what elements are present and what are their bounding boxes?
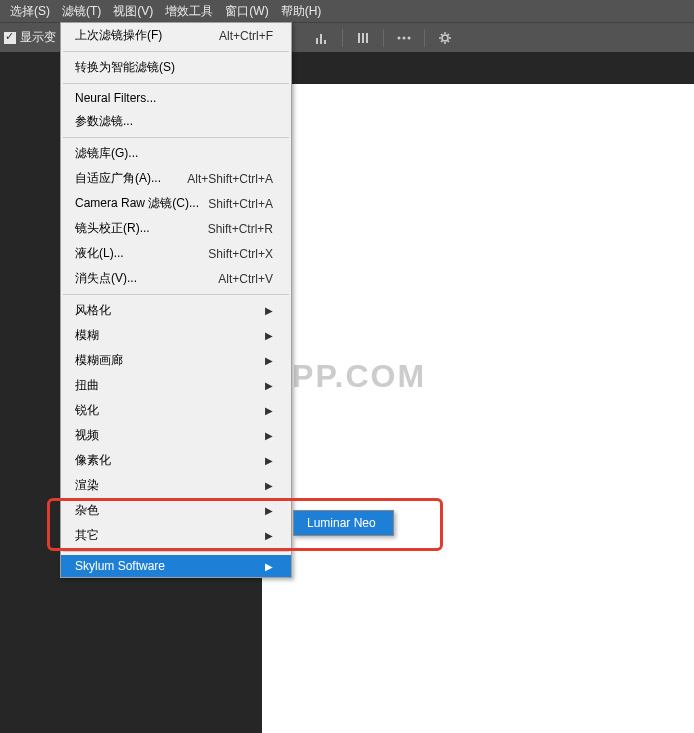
submenu-luminar-neo[interactable]: Luminar Neo [294,511,393,535]
bars-icon[interactable] [353,28,373,48]
filter-dropdown: 上次滤镜操作(F)Alt+Ctrl+F 转换为智能滤镜(S) Neural Fi… [60,22,292,578]
menu-neural-filters[interactable]: Neural Filters... [61,87,291,109]
menu-select[interactable]: 选择(S) [4,1,56,22]
menu-filter-gallery[interactable]: 滤镜库(G)... [61,141,291,166]
menu-blur[interactable]: 模糊▶ [61,323,291,348]
separator [63,51,289,52]
separator [63,294,289,295]
menu-view[interactable]: 视图(V) [107,1,159,22]
svg-rect-0 [316,38,318,44]
separator [63,551,289,552]
svg-point-6 [398,36,401,39]
menu-lens-correct[interactable]: 镜头校正(R)...Shift+Ctrl+R [61,216,291,241]
menu-distort[interactable]: 扭曲▶ [61,373,291,398]
canvas[interactable] [262,84,694,733]
svg-rect-3 [358,33,360,43]
menu-filter[interactable]: 滤镜(T) [56,1,107,22]
svg-rect-5 [366,33,368,43]
svg-rect-2 [324,40,326,44]
separator [63,83,289,84]
menu-blur-gallery[interactable]: 模糊画廊▶ [61,348,291,373]
divider [342,29,343,47]
menu-sharpen[interactable]: 锐化▶ [61,398,291,423]
menu-help[interactable]: 帮助(H) [275,1,328,22]
divider [383,29,384,47]
svg-rect-1 [320,34,322,44]
menu-pixelate[interactable]: 像素化▶ [61,448,291,473]
menu-convert-smart[interactable]: 转换为智能滤镜(S) [61,55,291,80]
menu-other[interactable]: 其它▶ [61,523,291,548]
skylum-submenu: Luminar Neo [293,510,394,536]
separator [63,137,289,138]
menu-last-filter[interactable]: 上次滤镜操作(F)Alt+Ctrl+F [61,23,291,48]
svg-rect-4 [362,33,364,43]
menu-window[interactable]: 窗口(W) [219,1,274,22]
menu-liquify[interactable]: 液化(L)...Shift+Ctrl+X [61,241,291,266]
menu-skylum-software[interactable]: Skylum Software▶ [61,555,291,577]
menu-adaptive-wide[interactable]: 自适应广角(A)...Alt+Shift+Ctrl+A [61,166,291,191]
menubar: 选择(S) 滤镜(T) 视图(V) 增效工具 窗口(W) 帮助(H) [0,0,694,22]
menu-video[interactable]: 视频▶ [61,423,291,448]
svg-point-9 [442,35,448,41]
menu-param-filter[interactable]: 参数滤镜... [61,109,291,134]
menu-noise[interactable]: 杂色▶ [61,498,291,523]
menu-vanishing-point[interactable]: 消失点(V)...Alt+Ctrl+V [61,266,291,291]
gear-icon[interactable] [435,28,455,48]
menu-plugins[interactable]: 增效工具 [159,1,219,22]
histogram-icon[interactable] [312,28,332,48]
divider [424,29,425,47]
svg-point-7 [403,36,406,39]
menu-render[interactable]: 渲染▶ [61,473,291,498]
checkbox-label: 显示变 [20,29,56,46]
svg-point-8 [408,36,411,39]
menu-stylize[interactable]: 风格化▶ [61,298,291,323]
checkbox-show-transform[interactable] [4,32,16,44]
menu-camera-raw[interactable]: Camera Raw 滤镜(C)...Shift+Ctrl+A [61,191,291,216]
more-icon[interactable] [394,28,414,48]
